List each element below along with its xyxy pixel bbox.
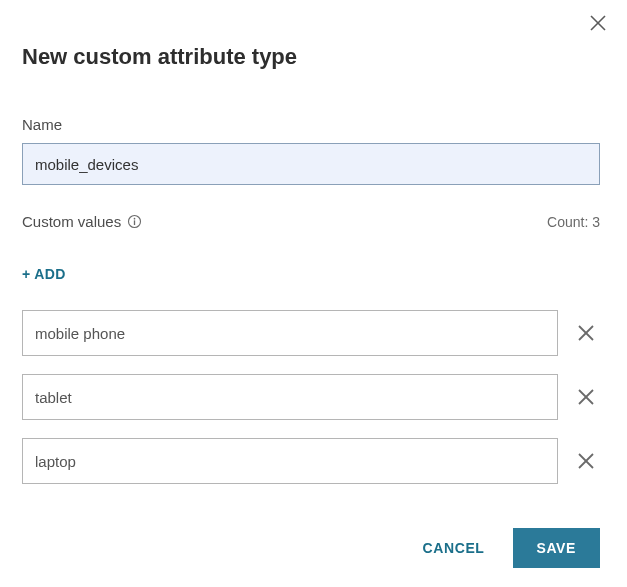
save-button[interactable]: SAVE <box>513 528 601 568</box>
value-row <box>22 438 600 484</box>
modal-title: New custom attribute type <box>22 44 605 70</box>
close-icon <box>576 387 596 407</box>
close-icon <box>576 323 596 343</box>
count-label: Count: 3 <box>547 214 600 230</box>
svg-rect-4 <box>134 220 135 225</box>
remove-value-button[interactable] <box>572 447 600 475</box>
name-label: Name <box>22 116 605 133</box>
value-row <box>22 374 600 420</box>
remove-value-button[interactable] <box>572 383 600 411</box>
close-button[interactable] <box>589 14 607 32</box>
svg-point-3 <box>134 218 136 220</box>
value-input[interactable] <box>22 438 558 484</box>
close-icon <box>576 451 596 471</box>
name-input[interactable] <box>22 143 600 185</box>
cancel-button[interactable]: CANCEL <box>419 530 489 566</box>
values-list <box>22 310 605 484</box>
close-icon <box>589 14 607 32</box>
remove-value-button[interactable] <box>572 319 600 347</box>
add-button[interactable]: + ADD <box>22 264 66 284</box>
info-icon[interactable] <box>127 214 142 229</box>
value-input[interactable] <box>22 310 558 356</box>
new-attribute-modal: New custom attribute type Name Custom va… <box>0 0 627 587</box>
value-row <box>22 310 600 356</box>
value-input[interactable] <box>22 374 558 420</box>
custom-values-label: Custom values <box>22 213 121 230</box>
